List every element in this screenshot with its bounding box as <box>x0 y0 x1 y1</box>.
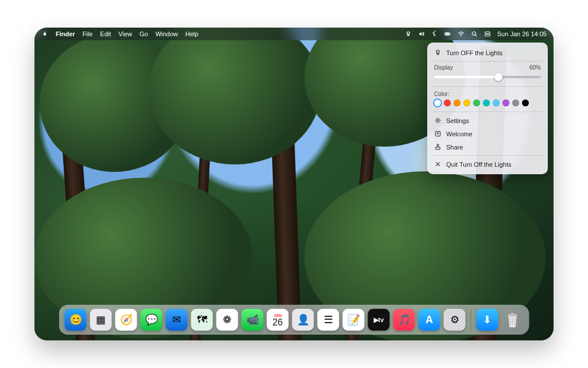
svg-rect-3 <box>445 33 449 35</box>
colors-label: Color: <box>434 91 541 97</box>
color-swatch-6[interactable] <box>493 99 500 106</box>
menu-window[interactable]: Window <box>156 30 178 37</box>
menu-file[interactable]: File <box>83 30 93 37</box>
dock-appletv[interactable]: ▶tv <box>368 309 390 331</box>
svg-point-4 <box>461 36 461 36</box>
dock-messages[interactable]: 💬 <box>141 309 163 331</box>
panel-quit-label: Quit Turn Off the Lights <box>446 161 512 168</box>
apple-menu-icon[interactable] <box>41 30 48 39</box>
svg-point-5 <box>472 32 475 35</box>
panel-share[interactable]: Share <box>427 140 548 154</box>
panel-title: Turn OFF the Lights <box>446 49 502 56</box>
turnoffthelights-panel: Turn OFF the Lights Display 60% Color: S… <box>427 43 548 174</box>
dock-facetime[interactable]: 📹 <box>242 309 264 331</box>
menu-go[interactable]: Go <box>140 30 148 37</box>
panel-welcome[interactable]: Welcome <box>427 127 548 140</box>
panel-share-label: Share <box>446 144 463 151</box>
dock-appstore[interactable]: A <box>419 309 440 331</box>
svg-point-8 <box>436 50 439 53</box>
svg-rect-2 <box>450 33 450 34</box>
menubar-datetime[interactable]: Sun Jan 26 14:05 <box>497 30 547 37</box>
control-center-icon[interactable] <box>484 30 491 37</box>
dock-divider <box>471 309 471 330</box>
menu-help[interactable]: Help <box>185 30 199 37</box>
menu-bar: Finder File Edit View Go Window Help Sun… <box>34 28 554 40</box>
svg-point-0 <box>407 32 410 34</box>
dock-calendar[interactable]: JAN26 <box>267 309 289 331</box>
dock-maps[interactable]: 🗺 <box>191 309 213 331</box>
spotlight-search-icon[interactable] <box>471 30 478 37</box>
lightbulb-icon <box>434 49 442 56</box>
color-swatches <box>434 99 541 106</box>
svg-rect-13 <box>510 313 514 315</box>
menu-view[interactable]: View <box>118 30 132 37</box>
display-brightness-slider[interactable] <box>434 73 541 81</box>
panel-toggle-row[interactable]: Turn OFF the Lights <box>427 46 548 59</box>
display-value: 60% <box>529 64 541 71</box>
dock-mail[interactable]: ✉︎ <box>166 309 188 331</box>
dock-reminders[interactable]: ☰ <box>318 309 339 331</box>
share-icon <box>434 143 442 151</box>
color-swatch-8[interactable] <box>512 99 519 106</box>
dock-launchpad[interactable]: ▦ <box>90 309 112 331</box>
color-swatch-7[interactable] <box>502 99 509 106</box>
svg-rect-7 <box>485 34 490 36</box>
color-swatch-2[interactable] <box>454 99 461 106</box>
display-label: Display <box>434 64 453 71</box>
desktop-frame: Finder File Edit View Go Window Help Sun… <box>34 28 554 340</box>
dock-finder[interactable]: 😊 <box>65 309 87 331</box>
panel-quit[interactable]: Quit Turn Off the Lights <box>427 158 548 171</box>
battery-icon[interactable] <box>444 30 451 37</box>
dock-notes[interactable]: 📝 <box>343 309 365 331</box>
dock-trash[interactable] <box>502 309 524 331</box>
dock-photos[interactable]: ❁ <box>216 309 238 331</box>
svg-rect-6 <box>485 32 490 33</box>
dock-contacts[interactable]: 👤 <box>292 309 314 331</box>
wifi-icon[interactable] <box>458 30 465 37</box>
dock-safari[interactable]: 🧭 <box>115 309 137 331</box>
svg-point-9 <box>437 120 439 122</box>
color-swatch-0[interactable] <box>434 99 441 106</box>
welcome-icon <box>434 130 442 137</box>
menu-edit[interactable]: Edit <box>100 30 111 37</box>
color-swatch-9[interactable] <box>522 99 529 106</box>
dock-music[interactable]: 🎵 <box>393 309 415 331</box>
turnoffthelights-menubar-icon[interactable] <box>405 30 412 37</box>
color-swatch-1[interactable] <box>444 99 451 106</box>
dock-downloads[interactable]: ⬇︎ <box>477 309 498 331</box>
close-icon <box>434 160 442 168</box>
bluetooth-icon[interactable] <box>431 30 438 37</box>
dock: 😊▦🧭💬✉︎🗺❁📹JAN26👤☰📝▶tv🎵A⚙︎⬇︎ <box>59 305 529 335</box>
panel-welcome-label: Welcome <box>446 131 473 137</box>
volume-icon[interactable] <box>418 30 425 37</box>
gear-icon <box>434 117 442 124</box>
color-swatch-3[interactable] <box>463 99 470 106</box>
panel-settings[interactable]: Settings <box>427 114 548 127</box>
dock-settings[interactable]: ⚙︎ <box>444 309 466 331</box>
color-swatch-5[interactable] <box>483 99 490 106</box>
active-app-name[interactable]: Finder <box>56 30 75 37</box>
panel-settings-label: Settings <box>446 117 469 124</box>
color-swatch-4[interactable] <box>473 99 480 106</box>
